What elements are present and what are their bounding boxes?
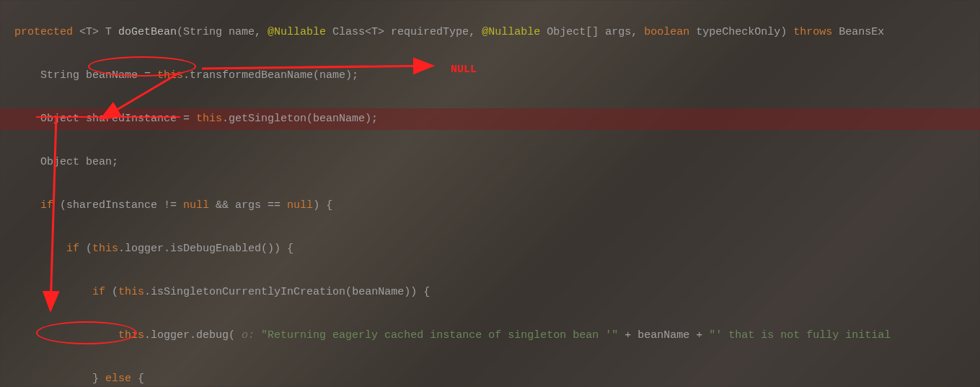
code-line: if (sharedInstance != null && args == nu… [0,195,980,217]
keyword-if: if [66,243,79,255]
code-text: { [131,373,144,385]
string-literal: "Returning eagerly cached instance of si… [261,329,618,342]
keyword-this: this [92,243,118,255]
param-hint: o: [235,329,261,342]
annotation-arrow-icon [202,61,447,76]
keyword-this: this [196,113,222,125]
code-text [14,199,40,212]
keyword-boolean: boolean [644,26,689,38]
code-line: } else { [0,368,980,387]
code-text: } [14,373,105,385]
svg-line-5 [50,116,56,310]
code-text: ( [79,243,92,255]
keyword-this: this [118,286,144,298]
annotation-null-label: NULL [451,59,477,81]
code-text: Class<T> requiredType, [326,26,482,38]
code-line: Object bean; [0,152,980,173]
code-text: <T> T [73,26,118,38]
code-text: ) { [313,199,332,212]
code-text: typeCheckOnly) [689,26,793,38]
annotation-ellipse-else [36,321,137,344]
keyword-null: null [183,199,209,212]
keyword-throws: throws [793,26,832,38]
code-text: .isSingletonCurrentlyInCreation(beanName… [144,286,430,298]
string-literal: "' that is not fully initial [709,329,891,342]
code-line: this.logger.debug( o: "Returning eagerly… [0,325,980,347]
code-text: .getSingleton(beanName); [222,113,378,125]
code-text: Object[] args, [540,26,644,38]
annotation: @Nullable [482,26,540,38]
code-text: BeansEx [832,26,884,38]
method-name: doGetBean [118,26,177,38]
code-text: (sharedInstance != [53,199,183,212]
annotation-arrow-icon [43,116,65,318]
code-text: && args == [209,199,287,212]
annotation: @Nullable [268,26,326,38]
code-line: if (this.isSingletonCurrentlyInCreation(… [0,282,980,303]
code-text: .logger.debug( [144,329,235,342]
code-line: if (this.logger.isDebugEnabled()) { [0,238,980,260]
code-text: Object bean; [14,156,118,168]
svg-line-1 [202,66,433,69]
code-text: (String name, [177,26,268,38]
keyword-null: null [287,199,313,212]
annotation-arrow-icon [94,69,187,126]
code-line: protected <T> T doGetBean(String name, @… [0,22,980,43]
code-text: .logger.isDebugEnabled()) { [118,243,293,255]
code-text: + beanName + [618,329,709,342]
svg-line-3 [101,72,180,119]
code-text: ( [105,286,118,298]
keyword-else: else [105,373,131,385]
keyword-if: if [92,286,105,298]
keyword-protected: protected [14,26,73,38]
